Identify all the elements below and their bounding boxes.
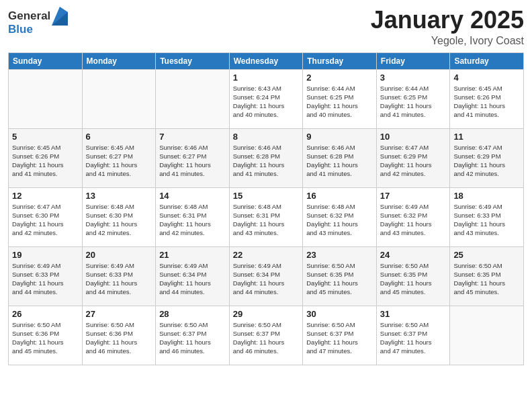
- table-row: 20Sunrise: 6:49 AM Sunset: 6:33 PM Dayli…: [82, 246, 156, 306]
- table-row: 21Sunrise: 6:49 AM Sunset: 6:34 PM Dayli…: [156, 246, 230, 306]
- day-info: Sunrise: 6:48 AM Sunset: 6:31 PM Dayligh…: [233, 202, 300, 238]
- day-number: 30: [306, 309, 373, 319]
- day-info: Sunrise: 6:47 AM Sunset: 6:29 PM Dayligh…: [380, 143, 447, 179]
- day-info: Sunrise: 6:50 AM Sunset: 6:36 PM Dayligh…: [12, 320, 79, 356]
- day-number: 5: [12, 132, 79, 142]
- day-info: Sunrise: 6:49 AM Sunset: 6:33 PM Dayligh…: [12, 261, 79, 297]
- title-block: January 2025 Yegole, Ivory Coast: [371, 7, 524, 47]
- day-info: Sunrise: 6:49 AM Sunset: 6:33 PM Dayligh…: [453, 202, 520, 238]
- day-number: 2: [306, 73, 373, 83]
- day-number: 17: [380, 191, 447, 201]
- table-row: 4Sunrise: 6:45 AM Sunset: 6:26 PM Daylig…: [450, 69, 524, 128]
- day-number: 20: [86, 250, 152, 260]
- table-row: 27Sunrise: 6:50 AM Sunset: 6:36 PM Dayli…: [82, 306, 156, 365]
- day-info: Sunrise: 6:49 AM Sunset: 6:32 PM Dayligh…: [380, 202, 447, 238]
- col-friday: Friday: [376, 52, 450, 69]
- col-tuesday: Tuesday: [156, 52, 230, 69]
- day-number: 3: [380, 73, 447, 83]
- day-number: 1: [233, 73, 300, 83]
- col-monday: Monday: [82, 52, 156, 69]
- day-number: 21: [159, 250, 226, 260]
- table-row: 22Sunrise: 6:49 AM Sunset: 6:34 PM Dayli…: [229, 246, 303, 306]
- table-row: 12Sunrise: 6:47 AM Sunset: 6:30 PM Dayli…: [9, 187, 83, 246]
- day-info: Sunrise: 6:47 AM Sunset: 6:30 PM Dayligh…: [12, 202, 79, 238]
- table-row: 16Sunrise: 6:48 AM Sunset: 6:32 PM Dayli…: [303, 187, 377, 246]
- col-thursday: Thursday: [303, 52, 377, 69]
- day-info: Sunrise: 6:49 AM Sunset: 6:34 PM Dayligh…: [233, 261, 300, 297]
- day-number: 6: [86, 132, 152, 142]
- day-info: Sunrise: 6:45 AM Sunset: 6:27 PM Dayligh…: [86, 143, 152, 179]
- table-row: 23Sunrise: 6:50 AM Sunset: 6:35 PM Dayli…: [303, 246, 377, 306]
- calendar-header-row: Sunday Monday Tuesday Wednesday Thursday…: [9, 52, 524, 69]
- table-row: 1Sunrise: 6:43 AM Sunset: 6:24 PM Daylig…: [229, 69, 303, 128]
- day-number: 9: [306, 132, 373, 142]
- day-info: Sunrise: 6:45 AM Sunset: 6:26 PM Dayligh…: [453, 84, 520, 120]
- table-row: [156, 69, 230, 128]
- table-row: 14Sunrise: 6:48 AM Sunset: 6:31 PM Dayli…: [156, 187, 230, 246]
- day-info: Sunrise: 6:50 AM Sunset: 6:37 PM Dayligh…: [306, 320, 373, 356]
- day-number: 10: [380, 132, 447, 142]
- table-row: 18Sunrise: 6:49 AM Sunset: 6:33 PM Dayli…: [450, 187, 524, 246]
- day-info: Sunrise: 6:50 AM Sunset: 6:37 PM Dayligh…: [233, 320, 300, 356]
- day-info: Sunrise: 6:48 AM Sunset: 6:31 PM Dayligh…: [159, 202, 226, 238]
- day-number: 16: [306, 191, 373, 201]
- title-month: January 2025: [371, 7, 524, 34]
- table-row: 11Sunrise: 6:47 AM Sunset: 6:29 PM Dayli…: [450, 128, 524, 187]
- table-row: 13Sunrise: 6:48 AM Sunset: 6:30 PM Dayli…: [82, 187, 156, 246]
- table-row: 25Sunrise: 6:50 AM Sunset: 6:35 PM Dayli…: [450, 246, 524, 306]
- day-number: 8: [233, 132, 300, 142]
- day-number: 19: [12, 250, 79, 260]
- day-number: 7: [159, 132, 226, 142]
- header: General Blue January 2025 Yegole, Ivory …: [8, 7, 524, 47]
- table-row: 2Sunrise: 6:44 AM Sunset: 6:25 PM Daylig…: [303, 69, 377, 128]
- day-number: 11: [453, 132, 520, 142]
- day-number: 22: [233, 250, 300, 260]
- table-row: 3Sunrise: 6:44 AM Sunset: 6:25 PM Daylig…: [376, 69, 450, 128]
- day-info: Sunrise: 6:48 AM Sunset: 6:30 PM Dayligh…: [86, 202, 152, 238]
- logo: General Blue: [8, 7, 71, 36]
- table-row: 10Sunrise: 6:47 AM Sunset: 6:29 PM Dayli…: [376, 128, 450, 187]
- col-wednesday: Wednesday: [229, 52, 303, 69]
- logo-blue: Blue: [8, 23, 71, 36]
- day-number: 26: [12, 309, 79, 319]
- day-info: Sunrise: 6:46 AM Sunset: 6:28 PM Dayligh…: [306, 143, 373, 179]
- day-info: Sunrise: 6:45 AM Sunset: 6:26 PM Dayligh…: [12, 143, 79, 179]
- day-number: 25: [453, 250, 520, 260]
- calendar-week-4: 26Sunrise: 6:50 AM Sunset: 6:36 PM Dayli…: [9, 306, 524, 365]
- table-row: 9Sunrise: 6:46 AM Sunset: 6:28 PM Daylig…: [303, 128, 377, 187]
- logo-general: General: [8, 9, 50, 23]
- page: General Blue January 2025 Yegole, Ivory …: [0, 0, 532, 411]
- day-number: 24: [380, 250, 447, 260]
- day-number: 18: [453, 191, 520, 201]
- day-info: Sunrise: 6:47 AM Sunset: 6:29 PM Dayligh…: [453, 143, 520, 179]
- table-row: 7Sunrise: 6:46 AM Sunset: 6:27 PM Daylig…: [156, 128, 230, 187]
- day-info: Sunrise: 6:44 AM Sunset: 6:25 PM Dayligh…: [306, 84, 373, 120]
- day-number: 4: [453, 73, 520, 83]
- day-info: Sunrise: 6:50 AM Sunset: 6:35 PM Dayligh…: [306, 261, 373, 297]
- calendar-week-3: 19Sunrise: 6:49 AM Sunset: 6:33 PM Dayli…: [9, 246, 524, 306]
- day-number: 29: [233, 309, 300, 319]
- table-row: 26Sunrise: 6:50 AM Sunset: 6:36 PM Dayli…: [9, 306, 83, 365]
- day-info: Sunrise: 6:50 AM Sunset: 6:37 PM Dayligh…: [159, 320, 226, 356]
- table-row: 8Sunrise: 6:46 AM Sunset: 6:28 PM Daylig…: [229, 128, 303, 187]
- table-row: [82, 69, 156, 128]
- day-number: 13: [86, 191, 152, 201]
- day-info: Sunrise: 6:46 AM Sunset: 6:27 PM Dayligh…: [159, 143, 226, 179]
- day-info: Sunrise: 6:44 AM Sunset: 6:25 PM Dayligh…: [380, 84, 447, 120]
- day-info: Sunrise: 6:49 AM Sunset: 6:33 PM Dayligh…: [86, 261, 152, 297]
- day-info: Sunrise: 6:49 AM Sunset: 6:34 PM Dayligh…: [159, 261, 226, 297]
- day-number: 12: [12, 191, 79, 201]
- day-info: Sunrise: 6:50 AM Sunset: 6:35 PM Dayligh…: [453, 261, 520, 297]
- day-info: Sunrise: 6:50 AM Sunset: 6:37 PM Dayligh…: [380, 320, 447, 356]
- day-info: Sunrise: 6:50 AM Sunset: 6:35 PM Dayligh…: [380, 261, 447, 297]
- table-row: 28Sunrise: 6:50 AM Sunset: 6:37 PM Dayli…: [156, 306, 230, 365]
- table-row: 19Sunrise: 6:49 AM Sunset: 6:33 PM Dayli…: [9, 246, 83, 306]
- title-location: Yegole, Ivory Coast: [371, 35, 524, 47]
- day-number: 27: [86, 309, 152, 319]
- table-row: [450, 306, 524, 365]
- col-sunday: Sunday: [9, 52, 83, 69]
- col-saturday: Saturday: [450, 52, 524, 69]
- day-number: 28: [159, 309, 226, 319]
- table-row: 30Sunrise: 6:50 AM Sunset: 6:37 PM Dayli…: [303, 306, 377, 365]
- calendar-week-0: 1Sunrise: 6:43 AM Sunset: 6:24 PM Daylig…: [9, 69, 524, 128]
